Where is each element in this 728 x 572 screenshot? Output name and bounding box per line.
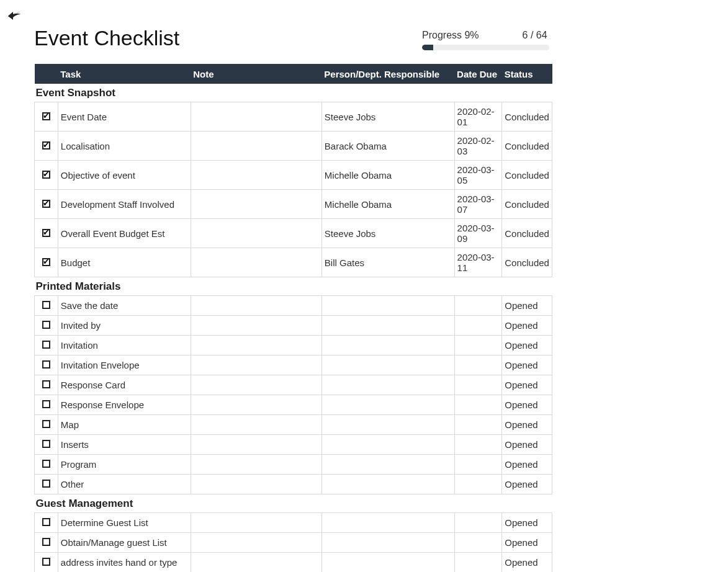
checkbox-checked-icon[interactable] bbox=[42, 200, 50, 208]
note-cell bbox=[191, 355, 321, 375]
checkbox-cell[interactable] bbox=[35, 190, 58, 219]
table-row: Response EnvelopeOpened bbox=[35, 395, 552, 415]
table-row: MapOpened bbox=[35, 415, 552, 435]
task-cell: Save the date bbox=[58, 296, 191, 316]
date-cell bbox=[454, 336, 502, 355]
person-cell bbox=[321, 355, 454, 375]
checkbox-unchecked-icon[interactable] bbox=[42, 321, 50, 329]
checkbox-cell[interactable] bbox=[35, 553, 58, 573]
person-cell bbox=[321, 475, 454, 494]
task-cell: address invites hand or type bbox=[58, 553, 191, 573]
col-note: Note bbox=[191, 64, 321, 84]
checkbox-unchecked-icon[interactable] bbox=[42, 558, 50, 566]
person-cell bbox=[321, 533, 454, 553]
checkbox-checked-icon[interactable] bbox=[42, 112, 50, 120]
progress-label: Progress 9% bbox=[422, 30, 479, 41]
task-cell: Localisation bbox=[58, 132, 191, 161]
checkbox-cell[interactable] bbox=[35, 355, 58, 375]
section-title: Printed Materials bbox=[35, 277, 552, 296]
status-cell: Opened bbox=[502, 455, 552, 475]
table-row: InsertsOpened bbox=[35, 435, 552, 455]
person-cell bbox=[321, 455, 454, 475]
table-row: Response CardOpened bbox=[35, 375, 552, 395]
checkbox-cell[interactable] bbox=[35, 415, 58, 435]
date-cell: 2020-02-03 bbox=[454, 132, 502, 161]
checkbox-unchecked-icon[interactable] bbox=[42, 460, 50, 468]
person-cell bbox=[321, 336, 454, 355]
checkbox-unchecked-icon[interactable] bbox=[42, 420, 50, 428]
checkbox-cell[interactable] bbox=[35, 435, 58, 455]
checkbox-cell[interactable] bbox=[35, 455, 58, 475]
checkbox-unchecked-icon[interactable] bbox=[42, 480, 50, 488]
checkbox-cell[interactable] bbox=[35, 248, 58, 277]
checkbox-cell[interactable] bbox=[35, 513, 58, 533]
checkbox-cell[interactable] bbox=[35, 375, 58, 395]
person-cell bbox=[321, 513, 454, 533]
person-cell bbox=[321, 395, 454, 415]
date-cell bbox=[454, 513, 502, 533]
table-header-row: Task Note Person/Dept. Responsible Date … bbox=[35, 64, 552, 84]
checkbox-cell[interactable] bbox=[35, 316, 58, 336]
person-cell: Steeve Jobs bbox=[321, 219, 454, 248]
date-cell bbox=[454, 553, 502, 573]
status-cell: Concluded bbox=[502, 248, 552, 277]
table-row: address invites hand or typeOpened bbox=[35, 553, 552, 573]
checkbox-unchecked-icon[interactable] bbox=[42, 518, 50, 526]
section-header: Printed Materials bbox=[35, 277, 552, 296]
table-row: ProgramOpened bbox=[35, 455, 552, 475]
date-cell bbox=[454, 296, 502, 316]
checkbox-cell[interactable] bbox=[35, 475, 58, 494]
status-cell: Opened bbox=[502, 316, 552, 336]
status-cell: Concluded bbox=[502, 219, 552, 248]
col-check bbox=[35, 64, 58, 84]
progress-fill bbox=[422, 45, 433, 50]
task-cell: Inserts bbox=[58, 435, 191, 455]
checkbox-cell[interactable] bbox=[35, 102, 58, 132]
checkbox-checked-icon[interactable] bbox=[42, 229, 50, 237]
checkbox-checked-icon[interactable] bbox=[42, 171, 50, 179]
checkbox-unchecked-icon[interactable] bbox=[42, 341, 50, 349]
status-cell: Opened bbox=[502, 513, 552, 533]
table-row: OtherOpened bbox=[35, 475, 552, 494]
checkbox-cell[interactable] bbox=[35, 296, 58, 316]
status-cell: Concluded bbox=[502, 102, 552, 132]
note-cell bbox=[191, 375, 321, 395]
person-cell: Bill Gates bbox=[321, 248, 454, 277]
checkbox-unchecked-icon[interactable] bbox=[42, 538, 50, 546]
person-cell: Michelle Obama bbox=[321, 190, 454, 219]
person-cell: Michelle Obama bbox=[321, 161, 454, 190]
person-cell bbox=[321, 435, 454, 455]
section-title: Guest Management bbox=[35, 494, 552, 513]
checkbox-cell[interactable] bbox=[35, 161, 58, 190]
checkbox-checked-icon[interactable] bbox=[42, 141, 50, 150]
checkbox-cell[interactable] bbox=[35, 132, 58, 161]
progress-count: 6 / 64 bbox=[523, 30, 547, 41]
checkbox-cell[interactable] bbox=[35, 336, 58, 355]
progress-bar bbox=[422, 45, 549, 50]
checkbox-unchecked-icon[interactable] bbox=[42, 440, 50, 448]
checkbox-unchecked-icon[interactable] bbox=[42, 400, 50, 408]
col-status: Status bbox=[502, 64, 552, 84]
table-row: Invitation EnvelopeOpened bbox=[35, 355, 552, 375]
checkbox-cell[interactable] bbox=[35, 395, 58, 415]
note-cell bbox=[191, 132, 321, 161]
note-cell bbox=[191, 296, 321, 316]
date-cell bbox=[454, 475, 502, 494]
checkbox-unchecked-icon[interactable] bbox=[42, 380, 50, 388]
date-cell bbox=[454, 455, 502, 475]
section-header: Event Snapshot bbox=[35, 84, 552, 102]
back-button[interactable] bbox=[6, 9, 24, 26]
checkbox-cell[interactable] bbox=[35, 219, 58, 248]
checkbox-checked-icon[interactable] bbox=[42, 258, 50, 266]
checkbox-cell[interactable] bbox=[35, 533, 58, 553]
person-cell bbox=[321, 296, 454, 316]
date-cell bbox=[454, 395, 502, 415]
status-cell: Opened bbox=[502, 435, 552, 455]
section-title: Event Snapshot bbox=[35, 84, 552, 102]
checkbox-unchecked-icon[interactable] bbox=[42, 301, 50, 309]
status-cell: Opened bbox=[502, 336, 552, 355]
note-cell bbox=[191, 316, 321, 336]
checkbox-unchecked-icon[interactable] bbox=[42, 360, 50, 369]
date-cell: 2020-03-07 bbox=[454, 190, 502, 219]
status-cell: Opened bbox=[502, 415, 552, 435]
